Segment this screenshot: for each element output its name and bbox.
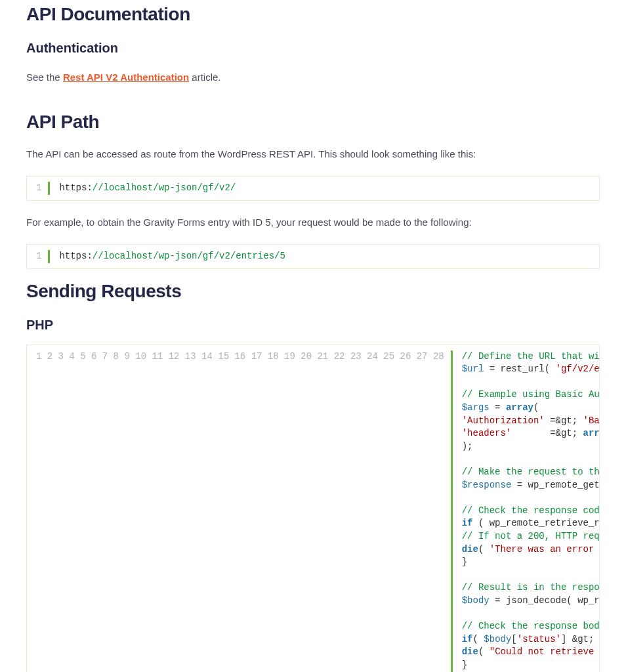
section-heading-sending-requests: Sending Requests (26, 281, 600, 302)
api-path-description: The API can be accessed as route from th… (26, 147, 600, 162)
rest-api-v2-auth-link[interactable]: Rest API V2 Authentication (63, 72, 189, 83)
code-content: https://localhost/wp-json/gf/v2/ (50, 182, 245, 195)
code-block-php-example: 1 2 3 4 5 6 7 8 9 10 11 12 13 14 15 16 1… (26, 345, 600, 672)
section-heading-authentication: Authentication (26, 41, 600, 56)
section-heading-php: PHP (26, 318, 600, 333)
api-example-intro: For example, to obtain the Gravity Forms… (26, 215, 600, 230)
code-gutter: 1 (27, 250, 50, 263)
section-heading-api-path: API Path (26, 112, 600, 133)
auth-text-pre: See the (26, 72, 63, 83)
code-gutter: 1 (27, 182, 50, 195)
code-gutter: 1 2 3 4 5 6 7 8 9 10 11 12 13 14 15 16 1… (27, 350, 453, 672)
code-block-api-entry: 1 https://localhost/wp-json/gf/v2/entrie… (26, 244, 600, 269)
page-title: API Documentation (26, 4, 600, 25)
auth-paragraph: See the Rest API V2 Authentication artic… (26, 70, 600, 85)
auth-text-post: article. (189, 72, 220, 83)
code-block-api-root: 1 https://localhost/wp-json/gf/v2/ (26, 176, 600, 201)
code-content: // Define the URL that will be accessed.… (453, 350, 600, 672)
code-content: https://localhost/wp-json/gf/v2/entries/… (50, 250, 294, 263)
